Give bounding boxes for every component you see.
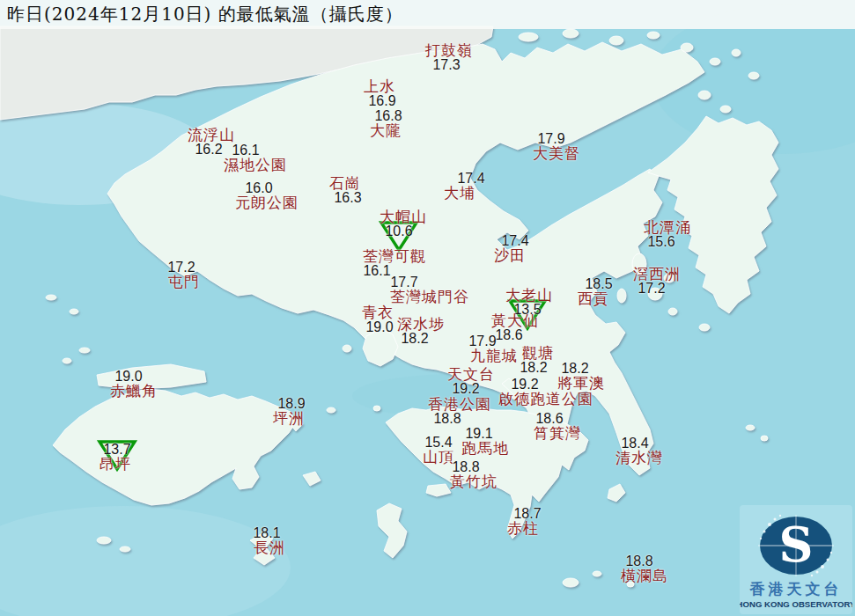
logo-en-text: HONG KONG OBSERVATORY (740, 599, 852, 609)
hko-logo: S 香港天文台 HONG KONG OBSERVATORY (740, 505, 852, 614)
weather-map-screenshot: 昨日(2024年12月10日) 的最低氣溫（攝氏度） 打鼓嶺17.3上水16.9… (0, 0, 855, 616)
svg-text:S: S (779, 517, 814, 573)
logo-cn-text: 香港天文台 (749, 580, 843, 598)
map-title: 昨日(2024年12月10日) 的最低氣溫（攝氏度） (0, 0, 855, 29)
title-bar: 昨日(2024年12月10日) 的最低氣溫（攝氏度） (0, 0, 855, 29)
hong-kong-map (0, 0, 855, 616)
